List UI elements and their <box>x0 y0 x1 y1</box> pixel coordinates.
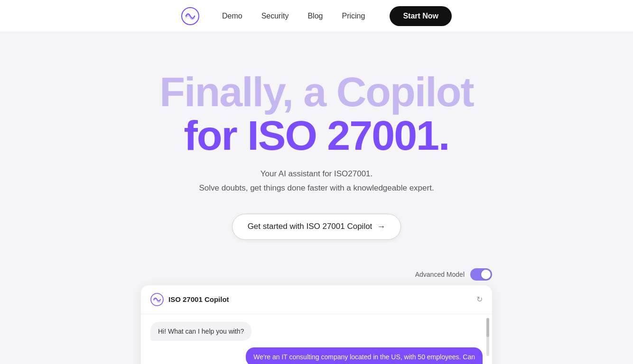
toggle-knob <box>481 270 491 279</box>
hero-title-line2: for ISO 27001. <box>159 114 474 157</box>
chat-header: ISO 27001 Copilot ↻ <box>141 285 492 314</box>
get-started-button[interactable]: Get started with ISO 27001 Copilot → <box>232 214 401 240</box>
nav-link-demo[interactable]: Demo <box>214 8 250 24</box>
chat-window: ISO 27001 Copilot ↻ Hi! What can I help … <box>141 285 492 364</box>
user-message: We're an IT consulting company located i… <box>246 347 483 364</box>
scrollbar-thumb <box>486 318 489 337</box>
advanced-model-toggle[interactable] <box>470 268 492 281</box>
hero-section: Finally, a Copilot for ISO 27001. Your A… <box>0 32 633 268</box>
nav-logo[interactable] <box>181 7 199 25</box>
chat-messages: Hi! What can I help you with? We're an I… <box>141 314 492 364</box>
start-now-button[interactable]: Start Now <box>390 6 452 26</box>
chat-logo-icon <box>150 293 164 306</box>
arrow-icon: → <box>377 222 385 232</box>
hero-title-line1: Finally, a Copilot <box>159 70 474 114</box>
nav-link-security[interactable]: Security <box>254 8 297 24</box>
bot-message: Hi! What can I help you with? <box>150 322 251 341</box>
chat-controls: Advanced Model <box>141 268 492 281</box>
chat-header-left: ISO 27001 Copilot <box>150 293 229 306</box>
refresh-icon[interactable]: ↻ <box>476 295 483 304</box>
advanced-model-label: Advanced Model <box>415 271 465 278</box>
get-started-label: Get started with ISO 27001 Copilot <box>248 222 372 231</box>
navbar: Demo Security Blog Pricing Start Now <box>0 0 633 32</box>
hero-subtitle1: Your AI assistant for ISO27001. <box>261 169 373 179</box>
nav-link-pricing[interactable]: Pricing <box>334 8 372 24</box>
chat-title: ISO 27001 Copilot <box>168 295 229 303</box>
chat-section: Advanced Model ISO 27001 Copilot ↻ Hi! W… <box>0 268 633 364</box>
hero-subtitle2: Solve doubts, get things done faster wit… <box>199 183 434 193</box>
nav-link-blog[interactable]: Blog <box>300 8 330 24</box>
hero-title: Finally, a Copilot for ISO 27001. <box>159 70 474 158</box>
chat-scrollbar[interactable] <box>486 318 489 356</box>
nav-links: Demo Security Blog Pricing <box>214 8 372 24</box>
